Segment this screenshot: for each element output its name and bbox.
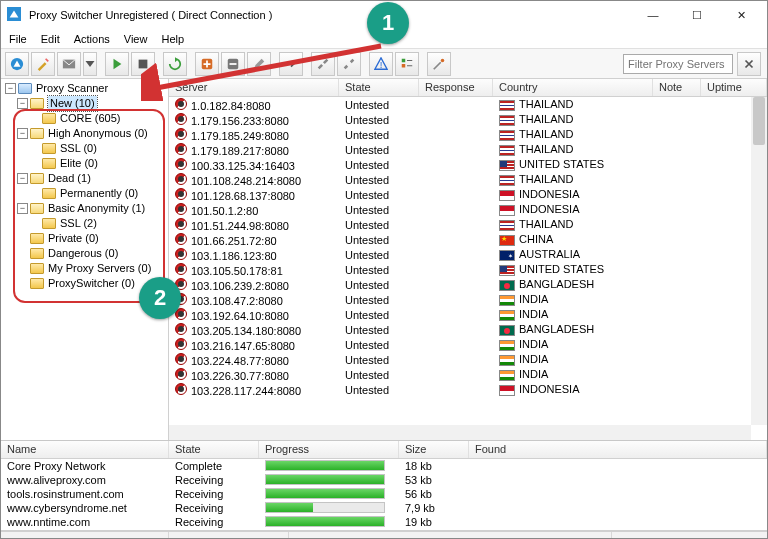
col-note[interactable]: Note: [653, 79, 701, 96]
icon-logo-button[interactable]: [5, 52, 29, 76]
col-uptime[interactable]: Uptime: [701, 79, 767, 96]
tree-item-label[interactable]: Dangerous (0): [48, 246, 118, 261]
tree-item-label[interactable]: Basic Anonymity (1): [48, 201, 145, 216]
flag-icon: [499, 220, 515, 231]
play-button[interactable]: [105, 52, 129, 76]
tree-item-label[interactable]: Permanently (0): [60, 186, 138, 201]
table-row[interactable]: 103.228.117.244:8080UntestedINDONESIA: [169, 382, 767, 397]
tree-root-label[interactable]: Proxy Scanner: [36, 81, 108, 96]
table-row[interactable]: 103.226.30.77:8080UntestedINDIA: [169, 367, 767, 382]
table-row[interactable]: 101.66.251.72:80UntestedCHINA: [169, 232, 767, 247]
table-row[interactable]: 103.192.64.10:8080UntestedINDIA: [169, 307, 767, 322]
clear-filter-button[interactable]: [737, 52, 761, 76]
table-row[interactable]: 103.105.50.178:81UntestedUNITED STATES: [169, 262, 767, 277]
tree-item-label[interactable]: Elite (0): [60, 156, 98, 171]
tree-item-label[interactable]: High Anonymous (0): [48, 126, 148, 141]
folder-icon: [30, 173, 44, 184]
download-row[interactable]: www.aliveproxy.comReceiving53 kb: [1, 473, 767, 487]
disconnect-button[interactable]: [337, 52, 361, 76]
svg-text:!: !: [380, 58, 383, 69]
status-category: New: [7, 532, 169, 539]
wizard-button[interactable]: [31, 52, 55, 76]
expand-icon[interactable]: −: [17, 128, 28, 139]
warning-button[interactable]: !: [369, 52, 393, 76]
dcol-state[interactable]: State: [169, 441, 259, 458]
table-row[interactable]: 1.0.182.84:8080UntestedTHAILAND: [169, 97, 767, 112]
col-server[interactable]: Server: [169, 79, 339, 96]
proxy-icon: [175, 323, 187, 335]
table-row[interactable]: 103.224.48.77:8080UntestedINDIA: [169, 352, 767, 367]
table-row[interactable]: 103.205.134.180:8080UntestedBANGLADESH: [169, 322, 767, 337]
expand-icon[interactable]: −: [5, 83, 16, 94]
table-row[interactable]: 103.216.147.65:8080UntestedINDIA: [169, 337, 767, 352]
table-row[interactable]: 103.108.47.2:8080UntestedINDIA: [169, 292, 767, 307]
mail-button[interactable]: [57, 52, 81, 76]
proxy-icon: [175, 158, 187, 170]
expand-icon[interactable]: −: [17, 98, 28, 109]
table-row[interactable]: 1.179.189.217:8080UntestedTHAILAND: [169, 142, 767, 157]
edit-button[interactable]: [247, 52, 271, 76]
maximize-button[interactable]: ☐: [683, 9, 711, 22]
col-country[interactable]: Country: [493, 79, 653, 96]
filter-input[interactable]: [623, 54, 733, 74]
menu-help[interactable]: Help: [161, 33, 184, 45]
proxy-icon: [175, 233, 187, 245]
tree-item-label[interactable]: CORE (605): [60, 111, 121, 126]
table-row[interactable]: 1.179.156.233:8080UntestedTHAILAND: [169, 112, 767, 127]
tree-item-label[interactable]: New (10): [48, 96, 97, 111]
download-row[interactable]: www.nntime.comReceiving19 kb: [1, 515, 767, 529]
folder-icon: [30, 263, 44, 274]
remove-button[interactable]: [221, 52, 245, 76]
tree-item-label[interactable]: SSL (0): [60, 141, 97, 156]
download-row[interactable]: tools.rosinstrument.comReceiving56 kb: [1, 487, 767, 501]
vertical-scrollbar[interactable]: [751, 97, 767, 425]
add-button[interactable]: [195, 52, 219, 76]
table-row[interactable]: 100.33.125.34:16403UntestedUNITED STATES: [169, 157, 767, 172]
progress-bar: [265, 516, 385, 527]
refresh-button[interactable]: [163, 52, 187, 76]
flag-icon: [499, 370, 515, 381]
menu-view[interactable]: View: [124, 33, 148, 45]
tree-item-label[interactable]: SSL (2): [60, 216, 97, 231]
dcol-size[interactable]: Size: [399, 441, 469, 458]
horizontal-scrollbar[interactable]: [169, 425, 751, 440]
table-row[interactable]: 1.179.185.249:8080UntestedTHAILAND: [169, 127, 767, 142]
tree-item-label[interactable]: My Proxy Servers (0): [48, 261, 151, 276]
dcol-found[interactable]: Found: [469, 441, 767, 458]
list-button[interactable]: [395, 52, 419, 76]
proxy-icon: [175, 248, 187, 260]
dcol-name[interactable]: Name: [1, 441, 169, 458]
stop-button[interactable]: [131, 52, 155, 76]
tree-item-label[interactable]: Private (0): [48, 231, 99, 246]
tree-item-label[interactable]: Dead (1): [48, 171, 91, 186]
download-row[interactable]: www.cybersyndrome.netReceiving7,9 kb: [1, 501, 767, 515]
flag-icon: [499, 325, 515, 336]
expand-icon[interactable]: −: [17, 173, 28, 184]
connect-button[interactable]: [311, 52, 335, 76]
table-row[interactable]: 101.108.248.214:8080UntestedTHAILAND: [169, 172, 767, 187]
annotation-badge-2: 2: [139, 277, 181, 319]
col-state[interactable]: State: [339, 79, 419, 96]
settings-button[interactable]: [427, 52, 451, 76]
close-button[interactable]: ✕: [727, 9, 755, 22]
menu-edit[interactable]: Edit: [41, 33, 60, 45]
folder-icon: [42, 188, 56, 199]
list-header: Server State Response Country Note Uptim…: [169, 79, 767, 97]
dropdown-button[interactable]: [83, 52, 97, 76]
menu-file[interactable]: File: [9, 33, 27, 45]
download-row[interactable]: Core Proxy NetworkComplete18 kb: [1, 459, 767, 473]
table-row[interactable]: 101.51.244.98:8080UntestedTHAILAND: [169, 217, 767, 232]
menu-actions[interactable]: Actions: [74, 33, 110, 45]
proxy-icon: [175, 368, 187, 380]
table-row[interactable]: 101.128.68.137:8080UntestedINDONESIA: [169, 187, 767, 202]
svg-rect-7: [402, 58, 406, 62]
table-row[interactable]: 103.106.239.2:8080UntestedBANGLADESH: [169, 277, 767, 292]
tree-item-label[interactable]: ProxySwitcher (0): [48, 276, 135, 291]
export-button[interactable]: [279, 52, 303, 76]
minimize-button[interactable]: —: [639, 9, 667, 22]
table-row[interactable]: 103.1.186.123:80UntestedAUSTRALIA: [169, 247, 767, 262]
table-row[interactable]: 101.50.1.2:80UntestedINDONESIA: [169, 202, 767, 217]
expand-icon[interactable]: −: [17, 203, 28, 214]
col-response[interactable]: Response: [419, 79, 493, 96]
dcol-progress[interactable]: Progress: [259, 441, 399, 458]
